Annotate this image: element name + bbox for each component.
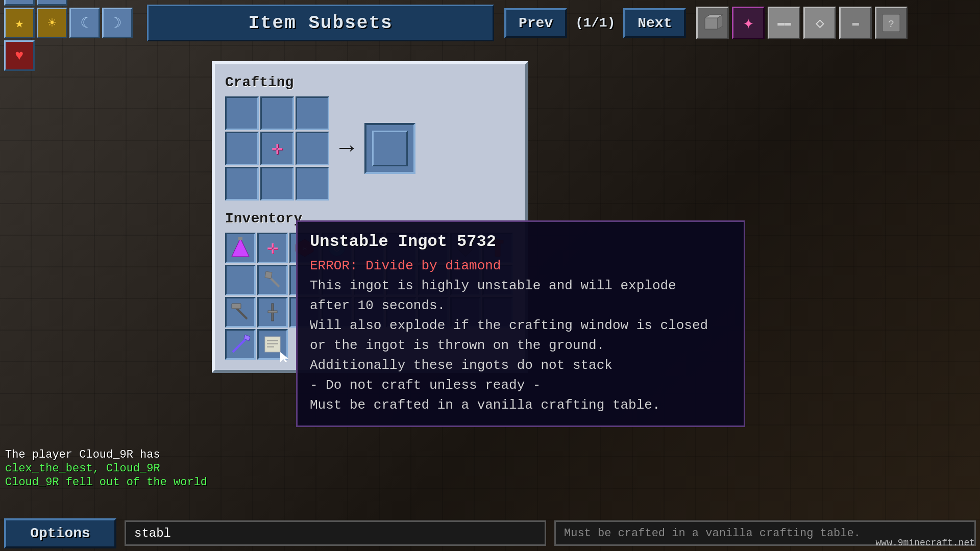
svg-rect-0 xyxy=(705,18,718,29)
tooltip-line3: Will also explode if the crafting window… xyxy=(310,316,731,336)
crafting-grid: ✛ xyxy=(225,96,329,201)
top-bar: ❄ ☽ ★ ☀ ☾ ☽ ♥ Item Subsets Prev (1/1) Ne… xyxy=(0,0,980,46)
pink-cross-icon: ✛ xyxy=(272,137,283,160)
cursor xyxy=(280,352,290,362)
grid-cell-2-2[interactable] xyxy=(296,167,329,201)
grid-cell-1-2[interactable] xyxy=(296,132,329,165)
cube-icon[interactable] xyxy=(696,7,729,39)
inv-28[interactable] xyxy=(257,329,288,360)
top-left-icons: ❄ ☽ ★ ☀ ☾ ☽ ♥ xyxy=(4,0,133,71)
star-icon[interactable]: ★ xyxy=(4,8,35,38)
crafting-arrow: → xyxy=(339,135,354,162)
svg-rect-18 xyxy=(268,311,277,313)
prev-button[interactable]: Prev xyxy=(504,8,567,38)
options-button[interactable]: Options xyxy=(4,518,116,548)
tooltip-line7: Must be crafted in a vanilla crafting ta… xyxy=(310,395,731,415)
svg-rect-16 xyxy=(232,304,241,309)
tooltip-line5: Additionally these ingots do not stack xyxy=(310,356,731,375)
sun-icon[interactable]: ☀ xyxy=(37,8,67,38)
search-hint-text: Must be crafted in a vanilla crafting ta… xyxy=(564,527,861,540)
page-indicator: (1/1) xyxy=(571,15,619,31)
icon-row-3: ♥ xyxy=(4,40,133,71)
inv-19[interactable] xyxy=(257,297,288,328)
watermark: www.9minecraft.net xyxy=(876,538,975,548)
svg-text:?: ? xyxy=(888,18,894,30)
inv-27[interactable] xyxy=(225,329,256,360)
chat-log: The player Cloud_9R has clex_the_best, C… xyxy=(5,448,219,490)
result-block xyxy=(372,131,408,166)
tooltip-error: ERROR: Divide by diamond xyxy=(310,256,731,276)
tooltip-body: ERROR: Divide by diamond This ingot is h… xyxy=(310,256,731,415)
title-banner: Item Subsets xyxy=(147,5,494,41)
heart-icon[interactable]: ♥ xyxy=(4,40,35,71)
svg-marker-14 xyxy=(265,271,272,279)
inv-9[interactable] xyxy=(225,265,256,295)
crafting-title: Crafting xyxy=(225,74,515,90)
crescent2-icon[interactable]: ☽ xyxy=(102,8,133,38)
crescent1-icon[interactable]: ☾ xyxy=(69,8,100,38)
grid-cell-0-2[interactable] xyxy=(296,96,329,130)
inv-pink-cross: ✛ xyxy=(267,237,278,259)
tooltip-item-name: Unstable Ingot 5732 xyxy=(310,232,731,251)
chat-line-2: clex_the_best, Cloud_9R xyxy=(5,462,219,475)
inv-18[interactable] xyxy=(225,297,256,328)
diamond-icon[interactable]: ◇ xyxy=(803,7,836,39)
snow-icon[interactable]: ❄ xyxy=(4,0,35,6)
chat-line-3: Cloud_9R fell out of the world xyxy=(5,476,219,489)
svg-rect-21 xyxy=(265,337,280,352)
inv-0[interactable] xyxy=(225,233,256,263)
next-button[interactable]: Next xyxy=(623,8,686,38)
tooltip-line1: This ingot is highly unstable and will e… xyxy=(310,276,731,296)
grid-cell-2-1[interactable] xyxy=(260,167,294,201)
pink-star-icon[interactable]: ✦ xyxy=(732,7,765,39)
tooltip-popup: Unstable Ingot 5732 ERROR: Divide by dia… xyxy=(296,220,745,427)
bottom-bar: Options Must be crafted in a vanilla cra… xyxy=(0,515,980,551)
icon-row-2: ★ ☀ ☾ ☽ xyxy=(4,8,133,38)
chat-line-1: The player Cloud_9R has xyxy=(5,448,219,461)
top-right-icons: ✦ ▬▬ ◇ ▬ ? xyxy=(696,7,908,39)
grid-cell-0-1[interactable] xyxy=(260,96,294,130)
page-title: Item Subsets xyxy=(248,13,393,34)
icon-row-1: ❄ ☽ xyxy=(4,0,133,6)
svg-marker-5 xyxy=(232,238,249,257)
grid-cell-1-0[interactable] xyxy=(225,132,259,165)
inv-1[interactable]: ✛ xyxy=(257,233,288,263)
tooltip-line2: after 10 seconds. xyxy=(310,296,731,316)
grid-cell-0-0[interactable] xyxy=(225,96,259,130)
result-slot[interactable] xyxy=(364,123,415,174)
bar-icon[interactable]: ▬ xyxy=(839,7,872,39)
tooltip-line4: or the ingot is thrown on the ground. xyxy=(310,336,731,356)
inv-10[interactable] xyxy=(257,265,288,295)
search-input[interactable] xyxy=(125,520,546,546)
svg-rect-6 xyxy=(238,237,242,240)
crafting-grid-area: ✛ → xyxy=(225,96,515,201)
grid-cell-2-0[interactable] xyxy=(225,167,259,201)
moon-icon[interactable]: ☽ xyxy=(37,0,67,6)
mystery-icon[interactable]: ? xyxy=(875,7,908,39)
nav-buttons: Prev (1/1) Next xyxy=(504,8,686,38)
grid-cell-1-1[interactable]: ✛ xyxy=(260,132,294,165)
ingot-icon[interactable]: ▬▬ xyxy=(768,7,800,39)
tooltip-line6: - Do not craft unless ready - xyxy=(310,375,731,395)
